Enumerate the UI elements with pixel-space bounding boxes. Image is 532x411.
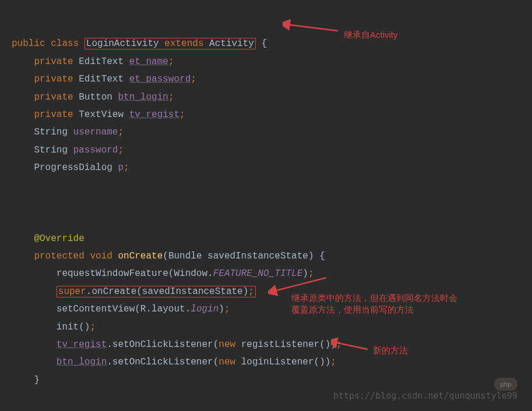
brace: { xyxy=(262,38,267,49)
field: username xyxy=(73,127,118,137)
call: setContentView xyxy=(57,304,135,314)
paren: ( xyxy=(213,339,219,350)
brace: { xyxy=(319,251,325,261)
arg-name: savedInstanceState xyxy=(207,251,308,261)
semi: ; xyxy=(224,304,230,314)
type: String xyxy=(34,145,68,155)
field: p xyxy=(118,162,124,173)
arg-type: Bundle xyxy=(168,251,202,261)
class-ref: Window xyxy=(174,268,207,279)
keyword-extends: extends xyxy=(164,38,203,49)
method-call: setOnClickListener xyxy=(112,357,213,367)
paren: ( xyxy=(314,357,320,367)
paren: ( xyxy=(168,268,174,279)
dot: . xyxy=(86,286,92,297)
paren: ( xyxy=(136,286,142,297)
dot: . xyxy=(107,357,112,367)
paren: ) xyxy=(325,357,331,367)
keyword-super: super xyxy=(58,286,86,297)
field: et_name xyxy=(129,56,168,67)
annotation-text-3: 新的方法 xyxy=(373,345,408,356)
keyword-private: private xyxy=(34,74,73,84)
keyword-new: new xyxy=(219,339,235,350)
semi: ; xyxy=(336,339,342,350)
type: TextView xyxy=(79,109,124,120)
paren: ) xyxy=(308,251,314,261)
paren: ( xyxy=(163,251,168,261)
paren: ( xyxy=(79,322,84,332)
type: String xyxy=(34,127,68,137)
field: btn_login xyxy=(118,92,168,102)
semi: ; xyxy=(118,127,124,137)
constant: FEATURE_NO_TITLE xyxy=(213,268,303,279)
field: password xyxy=(73,145,118,155)
brace: } xyxy=(34,375,40,385)
paren: ) xyxy=(219,304,224,314)
dot: . xyxy=(185,304,191,314)
keyword-class: class xyxy=(51,38,79,49)
semi: ; xyxy=(179,109,185,120)
annotation-text-1: 继承自Activity xyxy=(344,29,398,41)
type: ProgressDialog xyxy=(34,162,112,173)
dot: . xyxy=(107,339,112,350)
semi: ; xyxy=(124,162,129,173)
type: Button xyxy=(79,92,112,102)
semi: ; xyxy=(168,92,174,102)
semi: ; xyxy=(118,145,124,155)
annotation-line: 继承原类中的方法，但在遇到同名方法时会 xyxy=(291,293,457,303)
highlight-box-super: super.onCreate(savedInstanceState); xyxy=(57,286,256,297)
paren: ) xyxy=(330,339,336,350)
paren: ( xyxy=(135,304,140,314)
keyword-protected: protected xyxy=(34,251,84,261)
paren: ( xyxy=(213,357,219,367)
semi: ; xyxy=(168,56,174,67)
paren: ) xyxy=(84,322,90,332)
paren: ( xyxy=(319,339,325,350)
keyword-new: new xyxy=(219,357,235,367)
annotation-override: @Override xyxy=(34,233,84,244)
field-ref: btn_login xyxy=(57,357,107,367)
code-block: public class LoginActivity extends Activ… xyxy=(0,0,532,389)
keyword-private: private xyxy=(34,92,73,102)
paren: ) xyxy=(325,339,331,350)
keyword-private: private xyxy=(34,109,73,120)
annotation-line: 覆盖原方法，使用当前写的方法 xyxy=(291,304,414,314)
listener-class: loginListener xyxy=(241,357,314,367)
arg: savedInstanceState xyxy=(142,286,243,297)
paren: ) xyxy=(243,286,249,297)
paren: ) xyxy=(302,268,308,279)
field-ref: tv_regist xyxy=(57,339,107,350)
class-name: LoginActivity xyxy=(86,38,159,49)
dot: . xyxy=(207,268,213,279)
semi: ; xyxy=(308,268,314,279)
method-name: onCreate xyxy=(118,251,163,261)
layout-name: login xyxy=(191,304,219,314)
parent-class: Activity xyxy=(209,38,254,49)
type: EditText xyxy=(79,56,124,67)
annotation-text-2: 继承原类中的方法，但在遇到同名方法时会 覆盖原方法，使用当前写的方法 xyxy=(291,292,472,315)
keyword-void: void xyxy=(90,251,112,261)
semi: ; xyxy=(90,322,96,332)
semi: ; xyxy=(191,74,196,84)
watermark-text: https://blog.csdn.net/qunqunstyle99 xyxy=(333,388,517,405)
keyword-public: public xyxy=(12,38,45,49)
field: et_password xyxy=(129,74,191,84)
r-ref: R xyxy=(140,304,146,314)
type: EditText xyxy=(79,74,124,84)
listener-class: registListener xyxy=(241,339,319,350)
call: requestWindowFeature xyxy=(57,268,168,279)
method-call: onCreate xyxy=(91,286,136,297)
highlight-box-class: LoginActivity extends Activity xyxy=(84,38,256,49)
field: tv_regist xyxy=(129,109,179,120)
method-call: setOnClickListener xyxy=(112,339,213,350)
semi: ; xyxy=(330,357,336,367)
paren: ) xyxy=(319,357,325,367)
dot: . xyxy=(146,304,152,314)
layout-ref: layout xyxy=(152,304,185,314)
call: init xyxy=(57,322,79,332)
semi: ; xyxy=(248,286,254,297)
keyword-private: private xyxy=(34,56,73,67)
